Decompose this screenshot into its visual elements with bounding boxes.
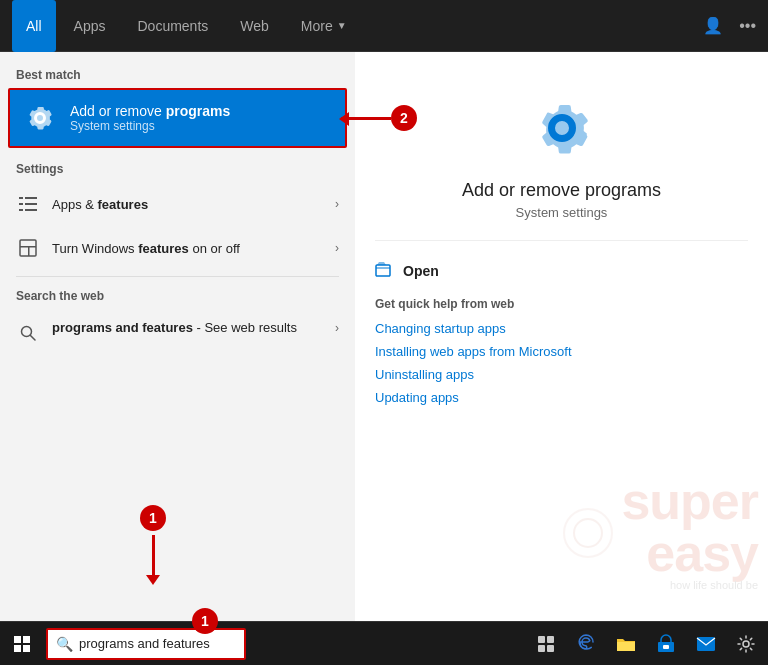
window-icon: [16, 236, 40, 260]
gear-large-icon: [526, 92, 598, 168]
gear-icon: [22, 100, 58, 136]
edge-icon[interactable]: [568, 626, 604, 662]
web-link-4[interactable]: Updating apps: [375, 386, 748, 409]
svg-rect-12: [14, 636, 21, 643]
best-match-subtitle: System settings: [70, 119, 230, 133]
right-header: Add or remove programs System settings: [375, 72, 748, 236]
svg-rect-18: [538, 645, 545, 652]
main-content: Best match Add or remove programs System…: [0, 52, 768, 621]
left-panel: Best match Add or remove programs System…: [0, 52, 355, 621]
windows-features-item[interactable]: Turn Windows features on or off ›: [0, 226, 355, 270]
nav-right-icons: 👤 •••: [703, 16, 756, 35]
start-button[interactable]: [4, 626, 40, 662]
chevron-right-icon-2: ›: [335, 241, 339, 255]
best-match-title: Add or remove programs: [70, 103, 230, 119]
tab-documents[interactable]: Documents: [123, 0, 222, 52]
svg-rect-4: [19, 209, 23, 211]
divider: [16, 276, 339, 277]
svg-rect-8: [28, 246, 30, 256]
taskbar-search-text: programs and features: [79, 636, 210, 651]
web-chevron-icon: ›: [335, 321, 339, 335]
taskbar-search-icon: 🔍: [56, 636, 73, 652]
web-help-title: Get quick help from web: [375, 297, 748, 311]
chevron-right-icon: ›: [335, 197, 339, 211]
svg-rect-21: [663, 645, 669, 649]
open-icon: [375, 261, 393, 281]
web-link-1[interactable]: Changing startup apps: [375, 317, 748, 340]
right-title: Add or remove programs: [462, 180, 661, 201]
svg-rect-16: [538, 636, 545, 643]
watermark: super easy how life should be: [563, 475, 758, 591]
file-explorer-icon[interactable]: [608, 626, 644, 662]
svg-line-10: [31, 336, 36, 341]
open-action[interactable]: Open: [375, 253, 748, 289]
best-match-label: Best match: [0, 64, 355, 88]
svg-rect-22: [697, 637, 715, 651]
taskbar-search[interactable]: 🔍 programs and features: [46, 628, 246, 660]
top-nav: All Apps Documents Web More ▼ 👤 •••: [0, 0, 768, 52]
web-section: Search the web programs and features - S…: [0, 285, 355, 355]
settings-label: Settings: [0, 158, 355, 182]
settings-icon[interactable]: [728, 626, 764, 662]
svg-rect-15: [23, 645, 30, 652]
best-match-item[interactable]: Add or remove programs System settings: [8, 88, 347, 148]
store-icon[interactable]: [648, 626, 684, 662]
svg-rect-11: [376, 265, 390, 276]
person-icon[interactable]: 👤: [703, 16, 723, 35]
open-label: Open: [403, 263, 439, 279]
svg-rect-0: [19, 197, 23, 199]
right-actions: Open: [375, 240, 748, 289]
search-icon: [16, 321, 40, 345]
best-match-text: Add or remove programs System settings: [70, 103, 230, 133]
apps-features-text: Apps & features: [52, 197, 323, 212]
more-options-icon[interactable]: •••: [739, 17, 756, 35]
taskbar: 🔍 programs and features 1: [0, 621, 768, 665]
taskbar-icons: [528, 626, 764, 662]
tab-all[interactable]: All: [12, 0, 56, 52]
chevron-down-icon: ▼: [337, 20, 347, 31]
svg-rect-2: [19, 203, 23, 205]
web-label: Search the web: [0, 285, 355, 309]
svg-rect-17: [547, 636, 554, 643]
windows-features-text: Turn Windows features on or off: [52, 241, 323, 256]
web-help-section: Get quick help from web Changing startup…: [375, 297, 748, 409]
svg-point-23: [743, 641, 749, 647]
tab-more[interactable]: More ▼: [287, 0, 361, 52]
svg-rect-13: [23, 636, 30, 643]
list-icon: [16, 192, 40, 216]
mail-icon[interactable]: [688, 626, 724, 662]
web-search-item[interactable]: programs and features - See web results …: [0, 309, 355, 355]
tab-web[interactable]: Web: [226, 0, 283, 52]
web-link-2[interactable]: Installing web apps from Microsoft: [375, 340, 748, 363]
tab-apps[interactable]: Apps: [60, 0, 120, 52]
apps-features-item[interactable]: Apps & features ›: [0, 182, 355, 226]
svg-rect-3: [25, 203, 37, 205]
web-search-text: programs and features - See web results: [52, 319, 323, 337]
right-subtitle: System settings: [516, 205, 608, 220]
web-link-3[interactable]: Uninstalling apps: [375, 363, 748, 386]
svg-rect-5: [25, 209, 37, 211]
task-view-icon[interactable]: [528, 626, 564, 662]
svg-rect-19: [547, 645, 554, 652]
svg-rect-1: [25, 197, 37, 199]
settings-section: Settings Apps & features ›: [0, 158, 355, 270]
right-panel: Add or remove programs System settings O…: [355, 52, 768, 621]
svg-rect-14: [14, 645, 21, 652]
